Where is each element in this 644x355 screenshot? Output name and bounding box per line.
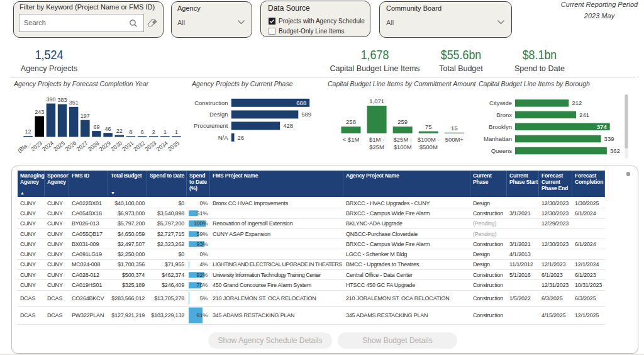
svg-text:197: 197 bbox=[80, 113, 90, 119]
svg-text:Queens: Queens bbox=[491, 147, 513, 154]
svg-text:589: 589 bbox=[301, 111, 311, 118]
svg-text:428: 428 bbox=[283, 122, 293, 129]
svg-text:< $1M: < $1M bbox=[343, 136, 360, 143]
svg-text:2032: 2032 bbox=[132, 140, 146, 152]
svg-text:339: 339 bbox=[604, 135, 614, 142]
svg-text:362: 362 bbox=[610, 147, 620, 154]
svg-text:Procurement: Procurement bbox=[194, 122, 228, 129]
svg-text:2029: 2029 bbox=[98, 140, 112, 152]
svg-text:2031: 2031 bbox=[121, 140, 135, 152]
svg-text:243: 243 bbox=[35, 109, 44, 115]
svg-text:1,071: 1,071 bbox=[369, 98, 384, 104]
svg-text:46: 46 bbox=[105, 126, 111, 132]
svg-text:26: 26 bbox=[238, 134, 245, 141]
svg-text:688: 688 bbox=[296, 99, 306, 106]
svg-text:$25M -: $25M - bbox=[393, 136, 412, 143]
svg-text:Construction: Construction bbox=[194, 99, 228, 106]
svg-text:Brooklyn: Brooklyn bbox=[489, 123, 512, 130]
svg-text:Citywide: Citywide bbox=[489, 99, 512, 106]
svg-text:15: 15 bbox=[451, 125, 458, 132]
svg-text:351: 351 bbox=[69, 99, 79, 106]
svg-text:2028: 2028 bbox=[87, 140, 101, 152]
svg-text:12: 12 bbox=[25, 128, 31, 135]
svg-text:$25M: $25M bbox=[369, 144, 384, 150]
svg-text:2023: 2023 bbox=[30, 140, 43, 152]
svg-text:2034: 2034 bbox=[155, 140, 169, 152]
svg-text:6: 6 bbox=[141, 129, 144, 135]
svg-text:2027: 2027 bbox=[75, 140, 89, 152]
svg-text:374: 374 bbox=[597, 123, 608, 130]
svg-text:259: 259 bbox=[397, 118, 408, 125]
svg-text:2035: 2035 bbox=[167, 140, 180, 152]
svg-text:N/A: N/A bbox=[218, 134, 229, 141]
svg-text:75: 75 bbox=[425, 123, 432, 130]
svg-text:$100M -: $100M - bbox=[418, 136, 440, 143]
svg-text:2025: 2025 bbox=[52, 140, 66, 152]
svg-text:383: 383 bbox=[57, 97, 67, 103]
svg-text:8: 8 bbox=[129, 129, 132, 135]
svg-text:1: 1 bbox=[175, 129, 178, 135]
svg-text:1: 1 bbox=[164, 129, 167, 135]
svg-text:2030: 2030 bbox=[109, 140, 123, 152]
svg-text:2: 2 bbox=[152, 129, 155, 135]
svg-text:500M+: 500M+ bbox=[445, 136, 464, 143]
svg-text:390: 390 bbox=[46, 96, 55, 103]
svg-text:69: 69 bbox=[93, 124, 99, 130]
svg-text:$500M: $500M bbox=[419, 144, 438, 150]
svg-text:241: 241 bbox=[579, 111, 589, 118]
svg-text:258: 258 bbox=[346, 118, 356, 125]
svg-text:2026: 2026 bbox=[64, 140, 77, 152]
svg-text:$1M -: $1M - bbox=[369, 136, 384, 143]
svg-text:2024: 2024 bbox=[41, 140, 55, 152]
svg-text:212: 212 bbox=[572, 99, 582, 106]
svg-text:$100M: $100M bbox=[394, 144, 412, 150]
svg-text:Design: Design bbox=[209, 111, 228, 118]
svg-text:Bronx: Bronx bbox=[496, 111, 512, 118]
svg-text:Manhattan: Manhattan bbox=[484, 135, 512, 142]
svg-text:22: 22 bbox=[116, 128, 123, 134]
svg-text:2033: 2033 bbox=[143, 140, 157, 152]
